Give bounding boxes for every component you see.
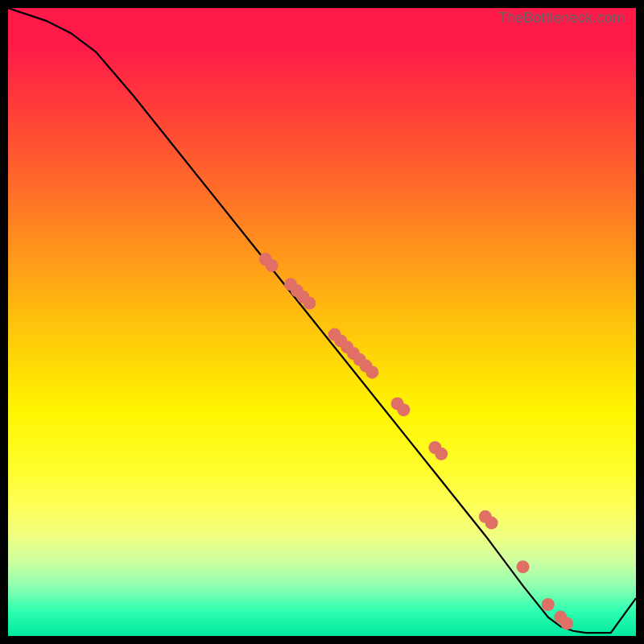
data-point	[353, 353, 366, 366]
data-point	[365, 365, 378, 378]
scatter-dots	[259, 253, 573, 630]
data-point	[303, 297, 316, 310]
data-point	[542, 598, 555, 611]
data-point	[334, 334, 347, 347]
chart-overlay-svg	[8, 8, 636, 636]
watermark-label: TheBottleneck.com	[498, 10, 625, 27]
data-point	[435, 448, 448, 460]
data-point	[560, 617, 573, 630]
data-point	[328, 328, 341, 341]
data-point	[554, 611, 567, 624]
chart-container: TheBottleneck.com	[0, 0, 644, 644]
data-point	[266, 259, 279, 272]
data-point	[291, 284, 303, 297]
data-point	[284, 278, 297, 291]
data-point	[391, 397, 404, 410]
data-point	[428, 441, 441, 454]
data-point	[360, 360, 373, 373]
data-point	[347, 347, 360, 360]
data-point	[485, 517, 498, 530]
data-point	[259, 253, 272, 266]
plot-area: TheBottleneck.com	[8, 8, 636, 636]
data-point	[297, 291, 310, 303]
data-point	[397, 403, 410, 416]
data-point	[341, 341, 353, 353]
data-point	[517, 560, 530, 573]
bottleneck-curve	[8, 8, 636, 633]
data-point	[479, 510, 492, 523]
